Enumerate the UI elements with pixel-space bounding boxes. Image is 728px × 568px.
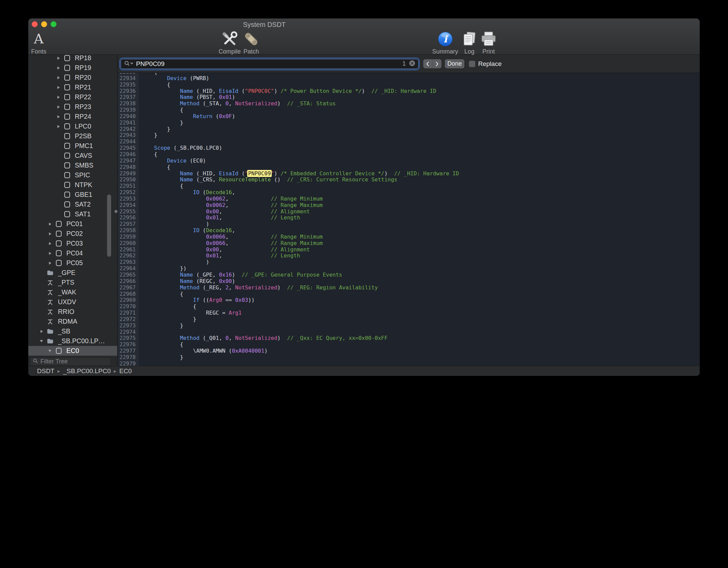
- tree-item-_sb.pc00.lp…[interactable]: _SB.PC00.LP…: [28, 336, 117, 346]
- tree-item-pc03[interactable]: PC03: [28, 239, 117, 248]
- tree-item-rp22[interactable]: RP22: [28, 92, 117, 102]
- tree-item-pc01[interactable]: PC01: [28, 219, 117, 229]
- disclosure-triangle[interactable]: [45, 251, 54, 255]
- disclosure-triangle[interactable]: [45, 349, 54, 353]
- code-line: 22967 Method (_REG, 2, NotSerialized) //…: [118, 285, 700, 291]
- tree-item-_wak[interactable]: _WAK: [28, 287, 117, 297]
- summary-button[interactable]: i Summary: [432, 31, 458, 55]
- disclosure-triangle[interactable]: [54, 76, 63, 80]
- line-number: 22942: [118, 126, 139, 133]
- find-search-input[interactable]: [136, 60, 402, 68]
- code-text: 0x00, // Alignment: [139, 209, 310, 215]
- disclosure-triangle[interactable]: [54, 105, 63, 109]
- pane-splitter-handle[interactable]: [114, 210, 118, 213]
- tree-item-label: RP18: [75, 55, 91, 62]
- tree-item-_pts[interactable]: _PTS: [28, 278, 117, 287]
- line-number: 22960: [118, 240, 139, 247]
- find-previous-button[interactable]: [423, 59, 433, 68]
- disclosure-triangle[interactable]: [54, 95, 63, 99]
- tree-item-gbe1[interactable]: GBE1: [28, 190, 117, 200]
- tree-item-sat1[interactable]: SAT1: [28, 209, 117, 219]
- code-line: 22945 Scope (_SB.PC00.LPC0): [118, 145, 700, 151]
- tree-item-rp19[interactable]: RP19: [28, 63, 117, 73]
- close-button[interactable]: [32, 21, 38, 27]
- tree-item-label: _GPE: [58, 269, 75, 277]
- code-text: Name (PBST, 0x01): [139, 94, 235, 101]
- tree-item-uxdv[interactable]: UXDV: [28, 297, 117, 307]
- done-button[interactable]: Done: [445, 59, 464, 68]
- replace-label[interactable]: Replace: [478, 60, 502, 68]
- disclosure-triangle[interactable]: [54, 66, 63, 70]
- tree-item-spic[interactable]: SPIC: [28, 170, 117, 180]
- line-number: 22947: [118, 158, 139, 164]
- code-text: If ((Arg0 == 0x03)): [139, 297, 255, 304]
- disclosure-triangle[interactable]: [54, 56, 63, 60]
- search-menu-icon[interactable]: [124, 61, 133, 67]
- compile-button[interactable]: Compile: [219, 31, 241, 55]
- tree-item-rp23[interactable]: RP23: [28, 102, 117, 112]
- line-number: 22979: [118, 361, 139, 366]
- find-next-button[interactable]: [433, 59, 442, 68]
- line-number: 22969: [118, 297, 139, 304]
- disclosure-triangle[interactable]: [45, 232, 54, 236]
- disclosure-triangle[interactable]: [37, 329, 46, 333]
- find-search-field[interactable]: 1: [121, 59, 419, 69]
- tree-item-lpc0[interactable]: LPC0: [28, 121, 117, 131]
- code-text: }: [139, 126, 170, 133]
- log-pages-icon: [462, 31, 477, 47]
- tree-item-rp20[interactable]: RP20: [28, 73, 117, 82]
- zoom-button[interactable]: [51, 21, 57, 27]
- disclosure-triangle[interactable]: [45, 261, 54, 265]
- device-icon: [63, 123, 71, 130]
- fonts-button[interactable]: A Fonts: [31, 31, 46, 55]
- tree-item-rrio[interactable]: RRIO: [28, 307, 117, 317]
- tree-item-sat2[interactable]: SAT2: [28, 200, 117, 209]
- code-line: 22946 {: [118, 151, 700, 158]
- tree-item-rp21[interactable]: RP21: [28, 82, 117, 92]
- code-editor[interactable]: 22933 {22934 Device (PWRB)22935 {22936 N…: [118, 73, 700, 366]
- tree-item-_sb[interactable]: _SB: [28, 326, 117, 336]
- clear-search-icon[interactable]: [409, 60, 416, 68]
- line-number: 22938: [118, 101, 139, 107]
- tree-item-rp18[interactable]: RP18: [28, 55, 117, 63]
- line-number: 22962: [118, 253, 139, 259]
- tree-item-ec0[interactable]: EC0: [28, 346, 117, 356]
- tree-item-cavs[interactable]: CAVS: [28, 151, 117, 161]
- disclosure-triangle[interactable]: [45, 222, 54, 226]
- folder-icon: [46, 338, 55, 344]
- tree-item-pc02[interactable]: PC02: [28, 229, 117, 239]
- disclosure-triangle[interactable]: [54, 115, 63, 119]
- minimize-button[interactable]: [41, 21, 47, 27]
- tree-item-label: _PTS: [58, 279, 74, 286]
- tree-item-pc04[interactable]: PC04: [28, 248, 117, 258]
- tree-item-rp24[interactable]: RP24: [28, 112, 117, 121]
- code-line: 22951 {: [118, 183, 700, 189]
- code-text: IO (Decode16,: [139, 189, 235, 196]
- breadcrumb-item[interactable]: DSDT: [37, 367, 55, 375]
- replace-checkbox[interactable]: [469, 61, 475, 67]
- disclosure-triangle[interactable]: [37, 339, 46, 343]
- tree-item-pc05[interactable]: PC05: [28, 258, 117, 268]
- log-button[interactable]: Log: [462, 31, 477, 55]
- tree-item-p2sb[interactable]: P2SB: [28, 131, 117, 141]
- disclosure-triangle[interactable]: [54, 85, 63, 90]
- code-line: 22971 REGC = Arg1: [118, 310, 700, 316]
- breadcrumb-item[interactable]: EC0: [119, 367, 132, 375]
- tree-item-pmc1[interactable]: PMC1: [28, 141, 117, 151]
- device-icon: [63, 55, 71, 62]
- filter-tree-input[interactable]: [40, 358, 119, 365]
- filter-tree-field[interactable]: [30, 357, 111, 366]
- sidebar-scrollbar-thumb[interactable]: [107, 194, 111, 257]
- line-number: 22943: [118, 132, 139, 139]
- tree-item-smbs[interactable]: SMBS: [28, 161, 117, 170]
- patch-button[interactable]: Patch: [243, 31, 259, 55]
- code-text: 0x0066, // Range Minimum: [139, 234, 323, 240]
- code-text: REGC = Arg1: [139, 310, 242, 316]
- breadcrumb-item[interactable]: _SB.PC00.LPC0: [63, 367, 111, 375]
- tree-item-ntpk[interactable]: NTPK: [28, 180, 117, 190]
- tree-item-_gpe[interactable]: _GPE: [28, 268, 117, 278]
- print-button[interactable]: Print: [481, 31, 497, 55]
- tree-item-rdma[interactable]: RDMA: [28, 317, 117, 326]
- disclosure-triangle[interactable]: [45, 242, 54, 246]
- disclosure-triangle[interactable]: [54, 125, 63, 129]
